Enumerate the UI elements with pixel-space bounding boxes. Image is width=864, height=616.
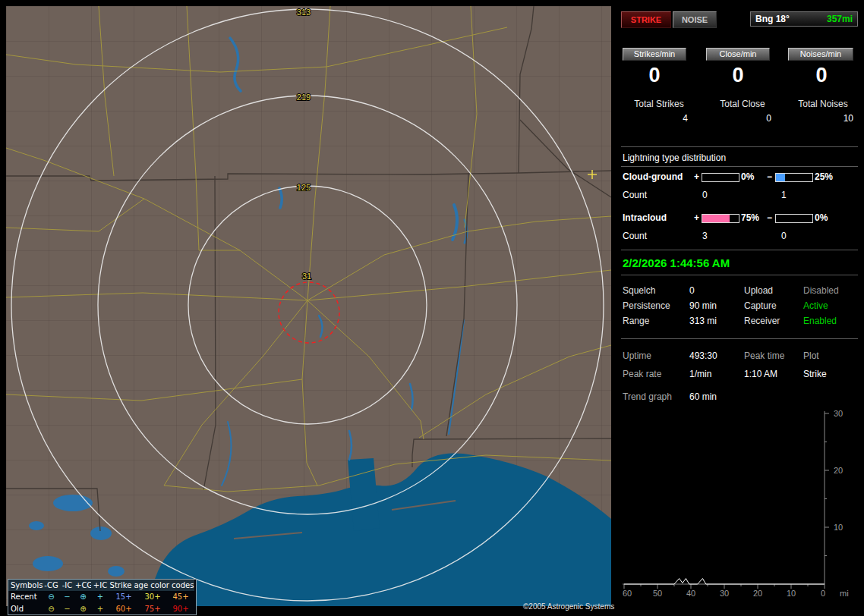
age-code: 90+: [167, 603, 194, 614]
legend-old-label: Old: [8, 603, 43, 614]
cg-plus-old-icon: ⊕: [75, 603, 91, 614]
map-legend: Symbols -CG -IC +CG +IC Strike age color…: [8, 579, 197, 615]
minus-sign: −: [767, 212, 772, 223]
age-code: 15+: [109, 591, 138, 602]
upload-label: Upload: [744, 285, 773, 296]
cg-minus-old-icon: ⊖: [43, 603, 59, 614]
x-tick-label: 60: [623, 589, 632, 598]
lake: [29, 521, 44, 530]
plot-header: Plot: [803, 350, 819, 361]
x-axis-unit-label: min: [840, 589, 849, 598]
x-tick-label: 30: [720, 589, 729, 598]
peak-time-header: Peak time: [744, 350, 784, 361]
distribution-title: Lightning type distribution: [623, 152, 726, 163]
age-code: 45+: [167, 591, 194, 602]
close-per-min-header[interactable]: Close/min: [706, 48, 770, 61]
cg-minus-bar-fill: [776, 174, 785, 181]
peak-time-value: 1:10 AM: [744, 369, 777, 379]
noise-button[interactable]: NOISE: [673, 11, 717, 28]
noises-per-min-value: 0: [790, 64, 853, 87]
legend-recent-label: Recent: [8, 591, 43, 602]
x-tick-label: 20: [753, 589, 762, 598]
ic-minus-recent-icon: −: [59, 591, 75, 602]
receiver-label: Receiver: [744, 316, 780, 326]
range-ring-label: 313: [297, 8, 311, 17]
legend-col-header: +CG: [75, 580, 91, 591]
legend-col-header: +IC: [91, 580, 109, 591]
trend-line: [624, 579, 825, 585]
legend-col-header: -CG: [43, 580, 59, 591]
clock-timestamp: 2/2/2026 1:44:56 AM: [623, 256, 730, 269]
lake: [53, 495, 93, 511]
receiver-status: Enabled: [803, 316, 837, 326]
squelch-label: Squelch: [623, 285, 655, 296]
age-code: 30+: [138, 591, 167, 602]
ic-minus-pct: 0%: [815, 212, 828, 223]
strikes-per-min-header[interactable]: Strikes/min: [623, 48, 686, 61]
range-ring-label: 219: [297, 93, 311, 102]
age-code: 75+: [138, 603, 167, 614]
persistence-label: Persistence: [623, 300, 670, 311]
cg-plus-bar: [702, 173, 739, 182]
lake: [33, 556, 63, 571]
divider: [621, 146, 858, 147]
y-tick-label: 10: [834, 523, 843, 532]
bearing-display: Bng 18° 357mi: [750, 11, 858, 27]
trend-graph-label: Trend graph: [623, 391, 672, 402]
ic-plus-old-icon: +: [91, 603, 109, 614]
uptime-label: Uptime: [623, 350, 651, 361]
x-tick-label: 40: [686, 589, 695, 598]
lake: [90, 526, 112, 540]
plus-sign: +: [694, 171, 699, 182]
x-tick-label: 10: [787, 589, 796, 598]
cg-plus-recent-icon: ⊕: [75, 591, 91, 602]
bearing-label: Bng 18°: [755, 14, 790, 24]
age-code: 60+: [109, 603, 138, 614]
cg-minus-recent-icon: ⊖: [43, 591, 59, 602]
uptime-value: 493:30: [689, 350, 717, 361]
trend-axes: [623, 411, 829, 589]
ic-count-label: Count: [623, 231, 647, 241]
strikes-per-min-value: 0: [623, 64, 686, 87]
ic-minus-bar: [775, 214, 813, 223]
peak-rate-label: Peak rate: [623, 369, 661, 379]
y-tick-label: 20: [834, 466, 843, 475]
intracloud-label: Intracloud: [623, 212, 667, 223]
range-ring-label: 125: [297, 183, 311, 192]
cg-plus-pct: 0%: [741, 171, 754, 182]
total-strikes-label: Total Strikes: [623, 99, 695, 109]
range-value: 313 mi: [689, 316, 717, 326]
status-panel: STRIKE NOISE Bng 18° 357mi Strikes/min C…: [616, 0, 864, 616]
upload-status: Disabled: [803, 285, 839, 296]
close-per-min-value: 0: [706, 64, 770, 87]
x-tick-label: 50: [653, 589, 662, 598]
cloud-ground-label: Cloud-ground: [623, 171, 683, 182]
trend-x-labels: 60 50 40 30 20 10 0 min: [623, 589, 849, 598]
radar-map[interactable]: 313 219 125 31: [6, 6, 611, 606]
bearing-range: 357mi: [827, 14, 853, 24]
trend-chart: 30 20 10 60 50 40 30 20 10 0 min: [621, 408, 849, 602]
capture-label: Capture: [744, 300, 777, 311]
strike-button[interactable]: STRIKE: [621, 11, 671, 28]
noises-per-min-header[interactable]: Noises/min: [788, 48, 853, 61]
legend-col-header: -IC: [59, 580, 75, 591]
ic-plus-bar-fill: [702, 215, 730, 222]
total-strikes-value: 4: [623, 113, 688, 124]
x-tick-label: 0: [821, 589, 825, 598]
cg-plus-count: 0: [702, 190, 708, 200]
trend-graph-window: 60 min: [689, 391, 717, 402]
ic-minus-count: 0: [781, 231, 787, 241]
divider: [621, 250, 858, 250]
lake: [108, 566, 125, 577]
divider: [621, 166, 858, 167]
ic-plus-bar: [702, 214, 739, 223]
ic-plus-count: 3: [702, 231, 708, 241]
cg-minus-bar: [775, 173, 813, 182]
ic-plus-recent-icon: +: [91, 591, 109, 602]
ic-plus-pct: 75%: [741, 212, 759, 223]
copyright-text: ©2005 Astrogenic Systems: [523, 602, 614, 611]
squelch-value: 0: [689, 285, 695, 296]
peak-rate-value: 1/min: [689, 369, 711, 379]
divider: [621, 275, 858, 275]
cg-count-label: Count: [623, 190, 647, 200]
